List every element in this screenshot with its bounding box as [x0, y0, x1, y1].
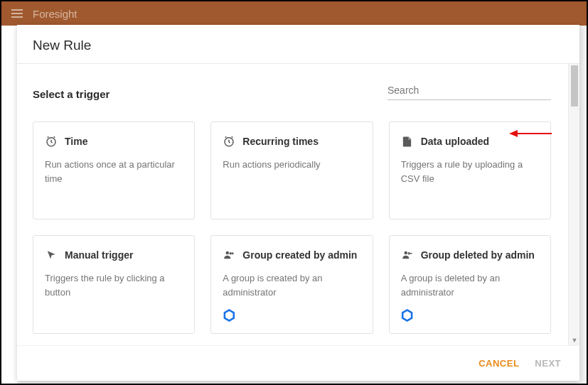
hamburger-icon[interactable]	[11, 9, 23, 18]
app-topbar: Foresight	[1, 1, 587, 26]
search-field-wrap[interactable]	[387, 84, 551, 100]
trigger-title: Recurring times	[242, 136, 319, 147]
scrollbar-thumb[interactable]	[571, 65, 578, 107]
trigger-card-time[interactable]: Time Run actions once at a particular ti…	[33, 121, 195, 219]
new-rule-modal: New Rule Select a trigger	[17, 25, 579, 381]
trigger-desc: A group is deleted by an administrator	[401, 271, 539, 299]
clock-icon	[45, 135, 58, 148]
trigger-title: Manual trigger	[65, 249, 133, 261]
trigger-desc: Triggers a rule by uploading a CSV file	[401, 158, 539, 185]
svg-point-7	[407, 252, 410, 254]
trigger-desc: Triggers the rule by clicking a button	[45, 271, 183, 299]
svg-point-5	[230, 252, 232, 254]
svg-point-6	[404, 251, 407, 255]
trigger-card-group-deleted[interactable]: Group deleted by admin A group is delete…	[389, 235, 551, 334]
trigger-title: Group deleted by admin	[421, 249, 535, 261]
trigger-desc: Run actions once at a particular time	[45, 158, 183, 185]
clock-icon	[223, 135, 235, 148]
provider-badge-icon	[223, 309, 235, 322]
trigger-card-recurring[interactable]: Recurring times Run actions periodically	[210, 121, 373, 219]
file-icon	[401, 135, 414, 148]
group-remove-icon	[401, 249, 414, 261]
trigger-card-data-uploaded[interactable]: Data uploaded Triggers a rule by uploadi…	[389, 121, 551, 219]
trigger-title: Group created by admin	[242, 249, 357, 261]
trigger-card-group-created[interactable]: Group created by admin A group is create…	[210, 235, 373, 334]
trigger-desc: A group is created by an administrator	[223, 271, 360, 299]
modal-footer: CANCEL NEXT	[17, 345, 579, 381]
provider-badge-icon	[401, 309, 414, 322]
trigger-desc: Run actions periodically	[223, 158, 360, 172]
search-input[interactable]	[387, 85, 551, 96]
svg-point-4	[226, 251, 230, 255]
trigger-title: Time	[65, 136, 87, 147]
scroll-down-arrow-icon[interactable]: ▼	[569, 335, 579, 345]
next-button[interactable]: NEXT	[535, 358, 561, 369]
modal-header: New Rule	[17, 25, 579, 64]
modal-body: Select a trigger Time Run actions o	[17, 64, 579, 345]
group-add-icon	[223, 249, 235, 261]
modal-title: New Rule	[33, 38, 564, 53]
scrollbar-track[interactable]: ▲ ▼	[568, 64, 579, 345]
app-brand: Foresight	[33, 8, 77, 20]
select-trigger-heading: Select a trigger	[33, 88, 109, 100]
cursor-icon	[45, 249, 58, 261]
trigger-card-manual[interactable]: Manual trigger Triggers the rule by clic…	[33, 235, 195, 334]
trigger-cards-grid: Time Run actions once at a particular ti…	[33, 121, 551, 334]
trigger-title: Data uploaded	[421, 136, 489, 147]
cancel-button[interactable]: CANCEL	[479, 358, 519, 369]
